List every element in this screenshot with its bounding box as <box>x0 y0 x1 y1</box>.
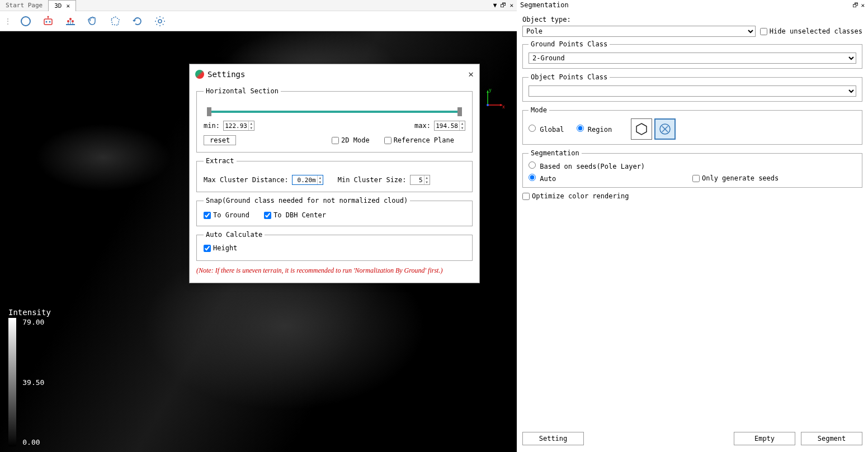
ground-class-select[interactable]: 2-Ground <box>529 53 856 64</box>
minsize-label: Min Cluster Size: <box>338 176 407 184</box>
extract-group: Extract Max Cluster Distance: ▲▼ Min Clu… <box>196 157 473 192</box>
max-label: max: <box>414 122 431 130</box>
settings-dialog: Settings ✕ Horizontal Section min: ▲▼ ma… <box>189 64 480 283</box>
svg-point-2 <box>46 21 48 22</box>
todbh-checkbox[interactable]: To DBH Center <box>264 211 326 219</box>
optimize-checkbox[interactable]: Optimize color rendering <box>522 192 629 200</box>
ground-class-legend: Ground Points Class <box>529 40 610 48</box>
app-icon <box>195 70 204 79</box>
svg-point-8 <box>69 18 72 20</box>
hexagon-mode-icon[interactable] <box>631 118 652 140</box>
tabbar-close-icon[interactable]: ✕ <box>510 2 513 9</box>
svg-rect-1 <box>44 19 52 25</box>
max-input[interactable] <box>435 122 459 130</box>
hide-unselected-checkbox[interactable]: Hide unselected classes <box>760 27 862 35</box>
min-input[interactable] <box>224 122 248 130</box>
mode2d-checkbox[interactable]: 2D Mode <box>332 136 370 144</box>
tab-start-page[interactable]: Start Page <box>0 0 48 11</box>
refplane-checkbox[interactable]: Reference Plane <box>384 136 454 144</box>
toolbar-grip-icon: ⋮ <box>4 17 11 25</box>
extract-legend: Extract <box>204 157 237 165</box>
hand-icon[interactable] <box>85 13 101 29</box>
intensity-mid: 39.50 <box>22 378 44 387</box>
svg-point-9 <box>72 20 74 22</box>
tab-3d[interactable]: 3D ✕ <box>48 0 76 11</box>
circle-select-icon[interactable] <box>18 13 34 29</box>
toolbar: ⋮ <box>0 11 517 31</box>
slider-handle-max[interactable] <box>457 107 462 116</box>
svg-text:x: x <box>502 104 505 110</box>
svg-point-5 <box>48 16 49 17</box>
robot-icon[interactable] <box>40 13 56 29</box>
toground-checkbox[interactable]: To Ground <box>204 211 249 219</box>
intensity-min: 0.00 <box>22 438 40 446</box>
up-icon[interactable]: ▲ <box>424 175 430 180</box>
empty-button[interactable]: Empty <box>734 432 795 445</box>
cancel-mode-icon[interactable] <box>654 118 676 140</box>
only-generate-checkbox[interactable]: Only generate seeds <box>692 174 779 182</box>
close-icon[interactable]: ✕ <box>468 69 474 79</box>
intensity-legend: Intensity 79.00 39.50 0.00 <box>8 308 48 446</box>
segmentation-legend: Segmentation <box>529 149 582 157</box>
up-icon[interactable]: ▲ <box>249 121 254 126</box>
object-type-label: Object type: <box>522 16 862 23</box>
svg-point-13 <box>158 20 162 23</box>
tabbar-dropdown-icon[interactable]: ▼ <box>493 2 497 9</box>
down-icon[interactable]: ▼ <box>424 180 430 184</box>
object-type-select[interactable]: Pole <box>522 26 756 37</box>
svg-point-7 <box>67 20 69 22</box>
section-slider[interactable] <box>209 111 460 113</box>
object-class-legend: Object Points Class <box>529 73 610 81</box>
segmentation-panel: Segmentation 🗗 ✕ Object type: Pole Hide … <box>517 0 868 452</box>
seeds-radio[interactable]: Based on seeds(Pole Layer) <box>529 161 645 170</box>
panel-title: Segmentation <box>520 1 569 9</box>
settings-note: (Note: If there is uneven terrain, it is… <box>196 265 473 277</box>
min-label: min: <box>204 122 220 130</box>
object-class-select[interactable] <box>529 85 856 97</box>
auto-radio[interactable]: Auto <box>529 174 556 183</box>
max-spinner[interactable]: ▲▼ <box>434 121 465 131</box>
segment-button[interactable]: Segment <box>801 432 862 445</box>
min-spinner[interactable]: ▲▼ <box>223 121 254 131</box>
minsize-spinner[interactable]: ▲▼ <box>410 175 430 185</box>
snap-group: Snap(Ground class needed for not normali… <box>196 197 473 226</box>
gear-icon[interactable] <box>152 13 168 29</box>
global-radio[interactable]: Global <box>529 125 564 134</box>
up-icon[interactable]: ▲ <box>460 121 465 126</box>
object-class-group: Object Points Class <box>522 73 862 102</box>
tabbar-popout-icon[interactable]: 🗗 <box>500 2 506 9</box>
mode-legend: Mode <box>529 106 549 114</box>
refresh-icon[interactable] <box>130 13 145 29</box>
svg-text:y: y <box>489 88 492 93</box>
slider-handle-min[interactable] <box>207 107 211 116</box>
svg-marker-21 <box>636 123 647 135</box>
tab-label: 3D <box>54 2 62 9</box>
maxdist-input[interactable] <box>293 176 317 184</box>
autocalc-legend: Auto Calculate <box>204 231 265 239</box>
ground-class-group: Ground Points Class 2-Ground <box>522 40 862 69</box>
up-icon[interactable]: ▲ <box>318 175 323 180</box>
segmentation-group: Segmentation Based on seeds(Pole Layer) … <box>522 149 862 188</box>
panel-popout-icon[interactable]: 🗗 <box>852 2 858 9</box>
down-icon[interactable]: ▼ <box>460 126 465 130</box>
setting-button[interactable]: Setting <box>522 432 584 445</box>
horizontal-legend: Horizontal Section <box>204 87 281 95</box>
intensity-gradient <box>8 318 16 446</box>
tab-close-icon[interactable]: ✕ <box>66 2 70 9</box>
height-checkbox[interactable]: Height <box>204 244 237 252</box>
maxdist-label: Max Cluster Distance: <box>204 176 289 184</box>
mode-group: Mode Global Region <box>522 106 862 145</box>
polygon-icon[interactable] <box>107 13 123 29</box>
minsize-input[interactable] <box>411 176 424 184</box>
autocalc-group: Auto Calculate Height <box>196 231 473 261</box>
maxdist-spinner[interactable]: ▲▼ <box>292 175 323 185</box>
svg-point-3 <box>49 21 51 22</box>
reset-button[interactable]: reset <box>204 135 236 145</box>
dialog-title: Settings <box>207 70 245 79</box>
align-icon[interactable] <box>63 13 78 29</box>
region-radio[interactable]: Region <box>577 125 612 134</box>
panel-close-icon[interactable]: ✕ <box>861 2 865 9</box>
down-icon[interactable]: ▼ <box>318 180 323 184</box>
down-icon[interactable]: ▼ <box>249 126 254 130</box>
svg-point-0 <box>21 17 30 26</box>
